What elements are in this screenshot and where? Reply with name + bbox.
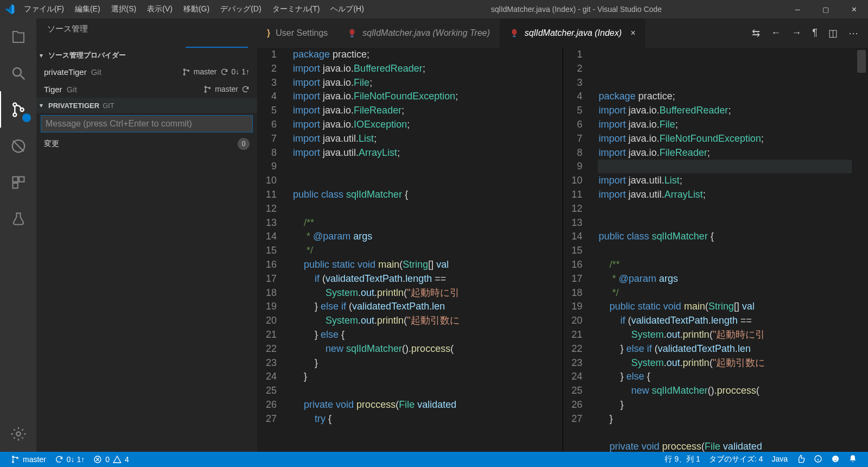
code-line[interactable]: import java.io.BufferedReader; (292, 62, 563, 76)
menu-item[interactable]: ターミナル(T) (267, 0, 326, 18)
code-line[interactable]: System.out.println("起動引数に (598, 356, 852, 370)
code-line[interactable]: /** (292, 216, 563, 230)
code-line[interactable]: } else { (292, 328, 563, 342)
scm-provider-row[interactable]: TigerGitmaster (36, 80, 257, 98)
code-line[interactable] (292, 160, 563, 174)
whitespace-icon[interactable]: ¶ (812, 27, 818, 39)
status-sync[interactable]: 0↓ 1↑ (50, 452, 89, 467)
code-line[interactable] (292, 384, 563, 398)
editor-tab[interactable]: sqlIdMatcher.java (Working Tree) (337, 18, 500, 48)
code-line[interactable]: private void proccess(File validated (292, 398, 563, 412)
code-line[interactable]: System.out.println("起動時に引 (292, 286, 563, 300)
code-line[interactable]: public class sqlIdMatcher { (598, 230, 852, 244)
code-line[interactable]: package practice; (292, 48, 563, 62)
close-tab-icon[interactable]: × (630, 28, 635, 38)
code-line[interactable]: public static void main(String[] val (598, 300, 852, 314)
code-line[interactable]: import java.io.FileReader; (598, 146, 852, 160)
code-line[interactable]: System.out.println("起動引数に (292, 314, 563, 328)
code-line[interactable] (598, 244, 852, 258)
code-line[interactable]: System.out.println("起動時に引 (598, 328, 852, 342)
menu-item[interactable]: 編集(E) (69, 0, 106, 18)
code-line[interactable] (598, 202, 852, 216)
code-line[interactable]: import java.io.File; (292, 76, 563, 90)
menu-item[interactable]: ヘルプ(H) (325, 0, 369, 18)
code-line[interactable]: try { (292, 412, 563, 426)
activity-extensions[interactable] (0, 164, 36, 200)
code-line[interactable]: new sqlIdMatcher().proccess( (598, 384, 852, 398)
status-branch[interactable]: master (7, 452, 50, 467)
code-line[interactable] (292, 202, 563, 216)
scm-providers-header[interactable]: ▾ ソース管理プロバイダー (36, 48, 257, 63)
editor-tab[interactable]: }User Settings (257, 18, 337, 48)
code-line[interactable]: import java.io.FileReader; (292, 104, 563, 118)
code-line[interactable]: package practice; (598, 90, 852, 104)
code-line[interactable]: } (598, 398, 852, 412)
scm-provider-row[interactable]: privateTigerGitmaster0↓ 1↑ (36, 63, 257, 80)
minimize-button[interactable]: ─ (783, 0, 812, 18)
activity-source-control[interactable] (0, 91, 36, 128)
menu-item[interactable]: 表示(V) (142, 0, 178, 18)
menu-item[interactable]: 選択(S) (106, 0, 142, 18)
diff-right-pane[interactable]: 1234567891011121314151617181920212223242… (563, 48, 869, 452)
code-line[interactable]: } else if (validatedTextPath.len (292, 300, 563, 314)
status-feedback-icon[interactable] (827, 455, 844, 463)
status-ln-col[interactable]: 行 9、列 1 (660, 455, 704, 464)
code-line[interactable]: import java.util.ArrayList; (292, 146, 563, 160)
code-line[interactable]: } else if (validatedTextPath.len (598, 342, 852, 356)
code-line[interactable]: new sqlIdMatcher().proccess( (292, 342, 563, 356)
status-info-icon[interactable] (809, 455, 827, 463)
split-editor-icon[interactable]: ◫ (828, 27, 838, 39)
close-window-button[interactable]: ✕ (840, 0, 868, 18)
diff-left-pane[interactable]: 1234567891011121314151617181920212223242… (257, 48, 563, 452)
code-line[interactable] (598, 216, 852, 230)
code-line[interactable]: import java.util.ArrayList; (598, 188, 852, 202)
status-thumbs-up-icon[interactable] (792, 455, 809, 463)
changes-row[interactable]: 変更 0 (36, 136, 257, 152)
code-line[interactable]: import java.io.BufferedReader; (598, 104, 852, 118)
code-line[interactable]: */ (292, 244, 563, 258)
next-change-icon[interactable]: → (792, 27, 801, 39)
code-line[interactable]: import java.io.FileNotFoundException; (598, 132, 852, 146)
code-line[interactable]: import java.io.File; (598, 118, 852, 132)
maximize-button[interactable]: ▢ (812, 0, 840, 18)
code-line[interactable]: * @param args (598, 272, 852, 286)
status-bell-icon[interactable] (844, 455, 861, 463)
code-line[interactable]: import java.io.IOException; (292, 118, 563, 132)
menu-item[interactable]: ファイル(F) (18, 0, 69, 18)
status-language[interactable]: Java (767, 455, 792, 463)
commit-message-input[interactable] (41, 116, 252, 132)
overview-ruler[interactable] (852, 48, 868, 452)
code-line[interactable]: } (598, 412, 852, 426)
open-changes-icon[interactable]: ⇆ (752, 27, 760, 39)
code-line[interactable] (598, 426, 852, 440)
code-line[interactable]: /** (598, 258, 852, 272)
code-line[interactable]: */ (598, 286, 852, 300)
scm-repo-header[interactable]: ▾ PRIVATETIGER GIT (36, 98, 257, 113)
code-line[interactable]: import java.io.FileNotFoundException; (292, 90, 563, 104)
menu-item[interactable]: デバッグ(D) (215, 0, 266, 18)
code-line[interactable]: import java.util.List; (292, 132, 563, 146)
prev-change-icon[interactable]: ← (771, 27, 781, 39)
code-line[interactable]: } (292, 356, 563, 370)
code-line[interactable]: * @param args (292, 230, 563, 244)
activity-search[interactable] (0, 55, 36, 91)
activity-debug[interactable] (0, 128, 36, 164)
activity-explorer[interactable] (0, 18, 36, 55)
repo-name: privateTiger (44, 67, 87, 77)
code-line[interactable]: if (validatedTextPath.length == (598, 314, 852, 328)
activity-settings[interactable] (0, 415, 36, 452)
code-line[interactable] (292, 174, 563, 188)
code-line[interactable]: private void proccess(File validated (598, 440, 852, 452)
status-tabsize[interactable]: タブのサイズ: 4 (705, 455, 768, 464)
code-line[interactable]: public static void main(String[] val (292, 258, 563, 272)
code-line[interactable]: } else { (598, 370, 852, 384)
activity-testing[interactable] (0, 200, 36, 237)
code-line[interactable]: public class sqlIdMatcher { (292, 188, 563, 202)
status-problems[interactable]: 0 4 (89, 452, 133, 467)
more-actions-icon[interactable]: ⋯ (848, 27, 858, 39)
code-line[interactable]: } (292, 370, 563, 384)
menu-item[interactable]: 移動(G) (178, 0, 215, 18)
code-line[interactable]: import java.util.List; (598, 174, 852, 188)
code-line[interactable]: if (validatedTextPath.length == (292, 272, 563, 286)
editor-tab[interactable]: sqlIdMatcher.java (Index)× (500, 18, 645, 48)
